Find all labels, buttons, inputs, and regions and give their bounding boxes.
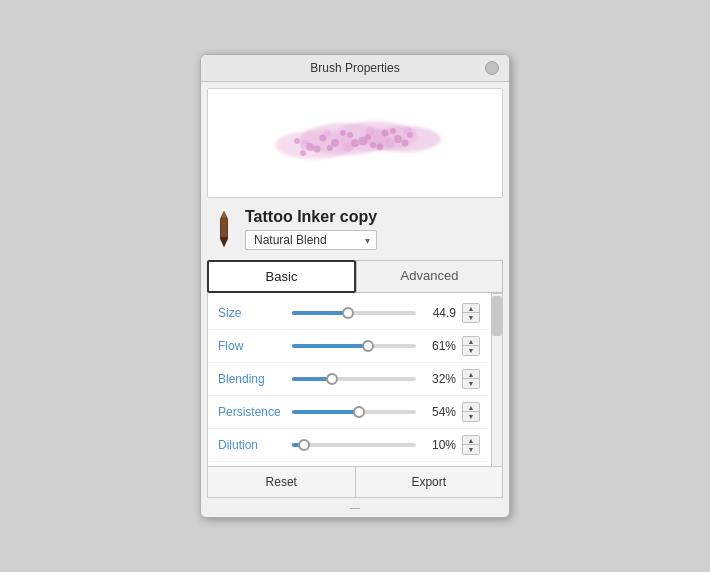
dilution-label[interactable]: Dilution: [218, 438, 286, 452]
dilution-down-btn[interactable]: ▼: [463, 445, 479, 454]
persistence-slider-row: Persistence 54% ▲ ▼: [208, 396, 488, 429]
svg-point-12: [394, 135, 402, 143]
persistence-track: [292, 410, 416, 414]
flow-down-btn[interactable]: ▼: [463, 346, 479, 355]
blending-track: [292, 377, 416, 381]
svg-point-20: [377, 144, 384, 151]
svg-rect-31: [221, 219, 227, 237]
svg-point-11: [382, 130, 389, 137]
svg-point-15: [314, 146, 321, 153]
sliders-panel: Size 44.9 ▲ ▼ Flow: [207, 293, 503, 467]
size-spinner[interactable]: ▲ ▼: [462, 303, 480, 323]
dilution-track: [292, 443, 416, 447]
size-track: [292, 311, 416, 315]
size-slider-container[interactable]: [292, 305, 416, 321]
brush-details: Tattoo Inker copy Natural Blend ▾: [245, 208, 377, 250]
brush-stroke-svg: [255, 103, 455, 183]
size-slider-row: Size 44.9 ▲ ▼: [208, 297, 488, 330]
persistence-spinner[interactable]: ▲ ▼: [462, 402, 480, 422]
brush-name: Tattoo Inker copy: [245, 208, 377, 226]
size-up-btn[interactable]: ▲: [463, 304, 479, 313]
persistence-thumb[interactable]: [353, 406, 365, 418]
svg-point-27: [385, 138, 395, 148]
persistence-down-btn[interactable]: ▼: [463, 412, 479, 421]
size-thumb[interactable]: [342, 307, 354, 319]
blend-mode-label: Natural Blend: [254, 233, 327, 247]
svg-point-10: [370, 142, 376, 148]
flow-up-btn[interactable]: ▲: [463, 337, 479, 346]
tab-advanced[interactable]: Advanced: [356, 260, 503, 293]
sliders-wrapper: Size 44.9 ▲ ▼ Flow: [201, 293, 509, 467]
title-bar: Brush Properties: [201, 55, 509, 82]
svg-point-22: [402, 140, 409, 147]
size-label[interactable]: Size: [218, 306, 286, 320]
flow-fill: [292, 344, 368, 348]
svg-point-23: [300, 140, 310, 150]
blending-up-btn[interactable]: ▲: [463, 370, 479, 379]
flow-track: [292, 344, 416, 348]
persistence-value: 54%: [422, 405, 456, 419]
footer-line: —: [201, 498, 509, 517]
size-fill: [292, 311, 348, 315]
tab-basic[interactable]: Basic: [207, 260, 356, 293]
flow-thumb[interactable]: [362, 340, 374, 352]
tabs-container: Basic Advanced: [207, 260, 503, 293]
reset-button[interactable]: Reset: [208, 467, 356, 497]
svg-point-3: [365, 126, 441, 152]
flow-value: 61%: [422, 339, 456, 353]
svg-point-4: [294, 138, 300, 144]
dilution-thumb[interactable]: [298, 439, 310, 451]
brush-preview: [207, 88, 503, 198]
svg-point-7: [331, 139, 339, 147]
brush-info: Tattoo Inker copy Natural Blend ▾: [201, 202, 509, 256]
svg-point-8: [347, 132, 353, 138]
scrollbar[interactable]: [491, 293, 503, 467]
size-down-btn[interactable]: ▼: [463, 313, 479, 322]
svg-point-25: [343, 142, 353, 152]
persistence-up-btn[interactable]: ▲: [463, 403, 479, 412]
dilution-slider-row: Dilution 10% ▲ ▼: [208, 429, 488, 462]
blending-slider-row: Blending 32% ▲ ▼: [208, 363, 488, 396]
dilution-value: 10%: [422, 438, 456, 452]
blending-label[interactable]: Blending: [218, 372, 286, 386]
dropdown-arrow-icon: ▾: [365, 235, 370, 246]
svg-point-14: [300, 150, 306, 156]
svg-point-17: [340, 130, 346, 136]
blending-value: 32%: [422, 372, 456, 386]
brush-properties-window: Brush Properties: [200, 54, 510, 518]
persistence-fill: [292, 410, 359, 414]
dilution-up-btn[interactable]: ▲: [463, 436, 479, 445]
svg-point-26: [366, 127, 375, 136]
footer: Reset Export: [207, 467, 503, 498]
svg-point-16: [327, 145, 333, 151]
flow-label[interactable]: Flow: [218, 339, 286, 353]
svg-point-28: [404, 127, 412, 135]
svg-marker-32: [220, 237, 228, 247]
close-button[interactable]: [485, 61, 499, 75]
persistence-slider-container[interactable]: [292, 404, 416, 420]
size-value: 44.9: [422, 306, 456, 320]
persistence-label[interactable]: Persistence: [218, 405, 286, 419]
flow-slider-row: Flow 61% ▲ ▼: [208, 330, 488, 363]
dilution-slider-container[interactable]: [292, 437, 416, 453]
blend-mode-dropdown[interactable]: Natural Blend ▾: [245, 230, 377, 250]
svg-point-24: [323, 129, 331, 137]
svg-point-21: [390, 128, 396, 134]
flow-slider-container[interactable]: [292, 338, 416, 354]
blending-spinner[interactable]: ▲ ▼: [462, 369, 480, 389]
flow-spinner[interactable]: ▲ ▼: [462, 336, 480, 356]
brush-icon: [213, 211, 235, 247]
blending-down-btn[interactable]: ▼: [463, 379, 479, 388]
export-button[interactable]: Export: [356, 467, 503, 497]
blending-slider-container[interactable]: [292, 371, 416, 387]
dilution-spinner[interactable]: ▲ ▼: [462, 435, 480, 455]
blending-thumb[interactable]: [326, 373, 338, 385]
window-title: Brush Properties: [225, 61, 485, 75]
